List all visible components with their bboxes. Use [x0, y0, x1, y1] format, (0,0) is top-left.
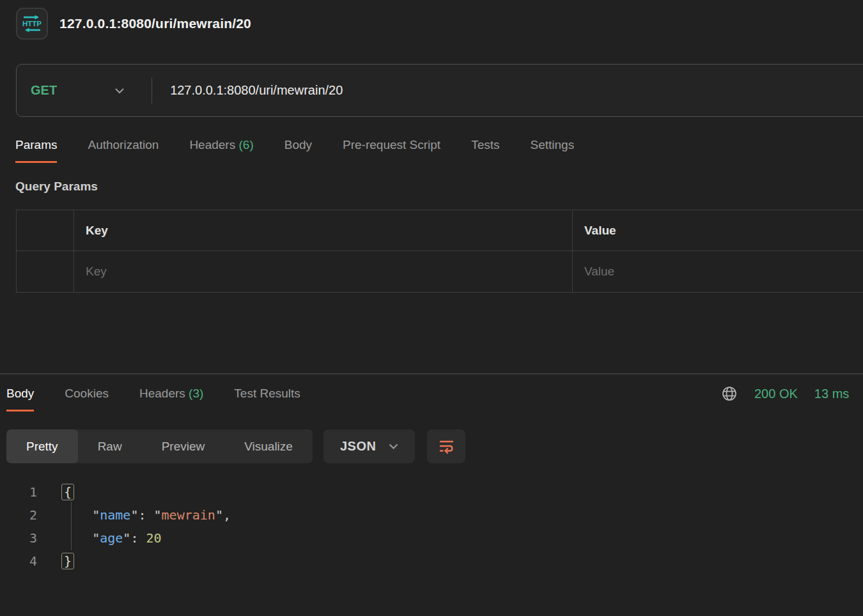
response-meta: 200 OK 13 ms — [721, 385, 849, 402]
tab-headers[interactable]: Headers (6) — [189, 138, 253, 163]
response-headers-count-badge: (3) — [189, 387, 203, 400]
format-label: JSON — [340, 439, 376, 454]
indent-guide — [71, 502, 72, 550]
query-params-title: Query Params — [15, 180, 98, 194]
tab-test-results[interactable]: Test Results — [234, 387, 300, 412]
view-tab-preview[interactable]: Preview — [142, 429, 225, 463]
chevron-down-icon[interactable] — [114, 88, 125, 94]
json-string-value: mewrain — [162, 507, 215, 523]
line-number: 4 — [0, 550, 37, 573]
json-key: name — [100, 507, 130, 523]
http-icon: HTTP — [20, 12, 44, 36]
value-input[interactable]: Value — [573, 251, 863, 292]
view-tab-pretty[interactable]: Pretty — [6, 429, 78, 463]
tab-params[interactable]: Params — [15, 138, 57, 163]
view-segmented-control: Pretty Raw Preview Visualize — [6, 429, 313, 463]
response-tabs: Body Cookies Headers (3) Test Results — [6, 387, 300, 412]
tab-response-headers[interactable]: Headers (3) — [139, 387, 203, 412]
tab-response-body[interactable]: Body — [6, 387, 34, 412]
tab-body[interactable]: Body — [284, 138, 312, 163]
tab-pre-request-script[interactable]: Pre-request Script — [343, 138, 440, 163]
key-column-header: Key — [74, 210, 573, 250]
checkbox-column-header — [17, 210, 74, 250]
tab-authorization[interactable]: Authorization — [88, 138, 159, 163]
json-number-value: 20 — [146, 530, 161, 546]
code-line: 1{ — [0, 481, 863, 504]
svg-text:HTTP: HTTP — [22, 20, 42, 27]
status-badge: 200 OK — [754, 387, 798, 401]
headers-count-badge: (6) — [238, 138, 253, 151]
app-header: HTTP 127.0.0.1:8080/uri/mewrain/20 — [16, 8, 251, 40]
line-number: 2 — [0, 504, 37, 527]
tab-tests[interactable]: Tests — [471, 138, 499, 163]
open-brace[interactable]: { — [61, 484, 74, 500]
response-view-bar: Pretty Raw Preview Visualize JSON — [6, 429, 465, 463]
method-selector[interactable]: GET — [31, 83, 57, 98]
key-input[interactable]: Key — [74, 251, 573, 292]
request-url-bar: GET 127.0.0.1:8080/uri/mewrain/20 — [16, 64, 863, 117]
close-brace[interactable]: } — [61, 553, 74, 569]
line-number: 1 — [0, 481, 37, 504]
view-tab-raw[interactable]: Raw — [78, 429, 142, 463]
view-tab-visualize[interactable]: Visualize — [224, 429, 313, 463]
table-header-row: Key Value — [17, 210, 863, 251]
query-params-table: Key Value Key Value — [16, 210, 863, 293]
line-number: 3 — [0, 527, 37, 550]
wrap-lines-button[interactable] — [427, 429, 465, 463]
code-line: 3 "age": 20 — [0, 527, 863, 550]
url-input[interactable]: 127.0.0.1:8080/uri/mewrain/20 — [170, 83, 343, 98]
table-row: Key Value — [17, 251, 863, 292]
code-line: 4} — [0, 550, 863, 573]
json-key: age — [100, 530, 123, 546]
response-body-code[interactable]: 1{ 2 "name": "mewrain", 3 "age": 20 4} — [0, 481, 863, 573]
globe-icon[interactable] — [721, 385, 738, 402]
wrap-lines-icon — [437, 438, 455, 455]
request-tabs: Params Authorization Headers (6) Body Pr… — [15, 138, 574, 163]
code-line: 2 "name": "mewrain", — [0, 504, 863, 527]
pane-divider[interactable] — [0, 373, 863, 374]
chevron-down-icon — [389, 443, 398, 449]
http-request-icon: HTTP — [16, 8, 48, 40]
tab-cookies[interactable]: Cookies — [65, 387, 109, 412]
row-checkbox-cell[interactable] — [17, 251, 74, 292]
tab-settings[interactable]: Settings — [531, 138, 575, 163]
response-time: 13 ms — [814, 387, 849, 401]
request-title: 127.0.0.1:8080/uri/mewrain/20 — [59, 16, 251, 31]
value-column-header: Value — [573, 210, 863, 250]
divider — [152, 78, 152, 104]
format-dropdown[interactable]: JSON — [323, 429, 415, 463]
